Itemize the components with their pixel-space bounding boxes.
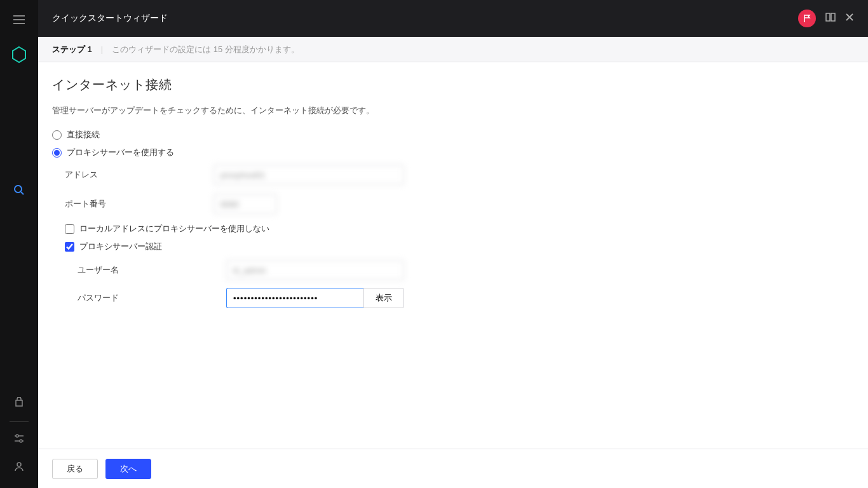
search-icon[interactable] <box>13 184 25 198</box>
footer-bar: 戻る 次へ <box>38 449 868 488</box>
book-icon[interactable] <box>825 12 836 25</box>
bypass-local-row[interactable]: ローカルアドレスにプロキシサーバーを使用しない <box>65 223 854 234</box>
proxy-auth-label: プロキシサーバー認証 <box>79 241 162 252</box>
content-area: インターネット接続 管理サーバーがアップデートをチェックするために、インターネッ… <box>38 62 868 449</box>
show-password-button[interactable]: 表示 <box>363 288 404 308</box>
proxy-auth-row[interactable]: プロキシサーバー認証 <box>65 241 854 252</box>
step-label: ステップ 1 <box>52 44 92 55</box>
back-button[interactable]: 戻る <box>52 459 98 479</box>
radio-proxy[interactable] <box>52 148 62 158</box>
password-input[interactable] <box>226 288 363 308</box>
top-bar: クイックスタートウィザード <box>38 0 868 37</box>
radio-direct[interactable] <box>52 130 62 140</box>
next-button[interactable]: 次へ <box>105 459 151 479</box>
left-rail <box>0 0 38 488</box>
bypass-local-checkbox[interactable] <box>65 224 74 234</box>
svg-point-0 <box>15 186 22 193</box>
radio-direct-row[interactable]: 直接接続 <box>52 129 854 140</box>
sliders-icon[interactable] <box>14 433 24 446</box>
username-input[interactable] <box>226 260 404 280</box>
bag-icon[interactable] <box>14 397 24 410</box>
bypass-local-label: ローカルアドレスにプロキシサーバーを使用しない <box>79 223 269 234</box>
hamburger-icon[interactable] <box>13 15 25 27</box>
step-desc: このウィザードの設定には 15 分程度かかります。 <box>112 44 299 55</box>
step-bar: ステップ 1 | このウィザードの設定には 15 分程度かかります。 <box>38 37 868 62</box>
main-panel: クイックスタートウィザード ステップ 1 | このウィザードの設定には 15 分… <box>38 0 868 488</box>
page-description: 管理サーバーがアップデートをチェックするために、インターネット接続が必要です。 <box>52 105 854 116</box>
port-label: ポート番号 <box>65 198 214 210</box>
page-title: インターネット接続 <box>52 76 854 93</box>
user-icon[interactable] <box>14 461 24 474</box>
app-logo-icon <box>10 46 28 64</box>
close-icon[interactable] <box>845 13 854 24</box>
password-label: パスワード <box>78 292 226 304</box>
address-label: アドレス <box>65 169 214 180</box>
top-bar-title: クイックスタートウィザード <box>52 13 168 24</box>
svg-point-3 <box>17 463 21 466</box>
svg-point-2 <box>20 440 22 442</box>
address-input[interactable] <box>214 165 404 185</box>
step-divider: | <box>101 44 103 54</box>
svg-point-1 <box>16 435 18 437</box>
radio-direct-label: 直接接続 <box>67 129 100 140</box>
username-label: ユーザー名 <box>78 264 226 276</box>
port-input[interactable] <box>214 194 277 214</box>
radio-proxy-row[interactable]: プロキシサーバーを使用する <box>52 147 854 158</box>
flag-button[interactable] <box>798 10 816 27</box>
radio-proxy-label: プロキシサーバーを使用する <box>67 147 174 158</box>
proxy-auth-checkbox[interactable] <box>65 242 74 252</box>
